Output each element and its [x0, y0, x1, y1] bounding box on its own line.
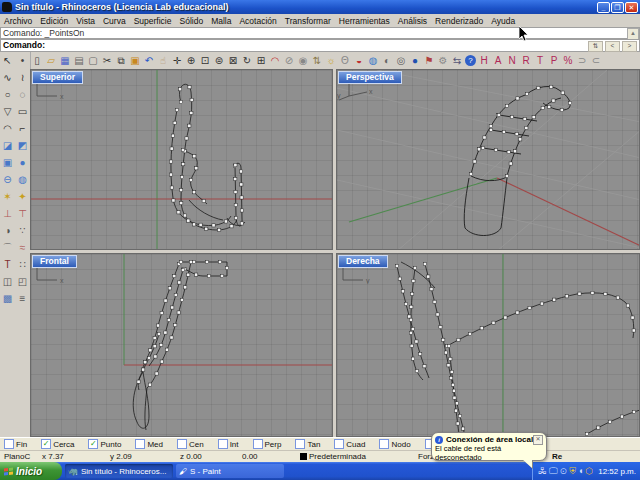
control-point[interactable]: [173, 275, 176, 278]
control-point[interactable]: [451, 383, 454, 386]
osnap-fin-checkbox[interactable]: [4, 439, 14, 449]
osnap-nodo-checkbox[interactable]: [379, 439, 389, 449]
control-point[interactable]: [430, 288, 433, 291]
dim-text-icon[interactable]: T: [533, 53, 547, 68]
control-point[interactable]: [449, 357, 452, 360]
osnap-tan[interactable]: Tan: [295, 439, 320, 449]
osnap-punto[interactable]: ✓Punto: [88, 439, 121, 449]
control-point[interactable]: [234, 177, 237, 180]
control-point[interactable]: [225, 266, 228, 269]
viewport-frontal[interactable]: Frontal z x: [30, 253, 333, 437]
control-point[interactable]: [523, 117, 526, 120]
wheel-mouse-icon[interactable]: ⊙: [560, 466, 568, 476]
control-point[interactable]: [172, 199, 175, 202]
viewport-perspectiva[interactable]: Perspectiva: [336, 69, 640, 250]
task-paint[interactable]: 🖌S - Paint: [176, 464, 284, 478]
control-point[interactable]: [447, 344, 450, 347]
control-point[interactable]: [144, 361, 147, 364]
control-point[interactable]: [234, 216, 237, 219]
menu-transformar[interactable]: Transformar: [281, 16, 335, 26]
control-point[interactable]: [626, 304, 629, 307]
control-point[interactable]: [174, 293, 177, 296]
ghosted-view-icon[interactable]: ◐: [380, 53, 394, 68]
control-point[interactable]: [436, 313, 439, 316]
control-point[interactable]: [450, 370, 453, 373]
control-point[interactable]: [192, 260, 195, 263]
control-point[interactable]: [148, 356, 151, 359]
control-point[interactable]: [608, 420, 611, 423]
control-point[interactable]: [409, 331, 412, 334]
control-point[interactable]: [187, 219, 190, 222]
control-point[interactable]: [631, 316, 634, 319]
control-point[interactable]: [178, 281, 181, 284]
viewport-layout-icon[interactable]: ⊞: [254, 53, 268, 68]
control-point[interactable]: [230, 225, 233, 228]
menu-ayuda[interactable]: Ayuda: [487, 16, 519, 26]
pipe-icon[interactable]: ⊥: [0, 205, 15, 222]
control-point[interactable]: [153, 336, 156, 339]
new-file-icon[interactable]: ▯: [30, 53, 44, 68]
edit-points-icon[interactable]: ∷: [15, 256, 30, 273]
shaded-view-icon[interactable]: ◒: [352, 53, 366, 68]
control-point[interactable]: [137, 380, 140, 383]
control-point[interactable]: [453, 396, 456, 399]
control-point[interactable]: [165, 348, 168, 351]
menu-vista[interactable]: Vista: [72, 16, 99, 26]
dim-percent-icon[interactable]: %: [561, 53, 575, 68]
control-point[interactable]: [169, 173, 172, 176]
menu-análisis[interactable]: Análisis: [394, 16, 431, 26]
display-settings-icon[interactable]: 🖵: [549, 466, 558, 477]
osnap-cen[interactable]: Cen: [177, 439, 204, 449]
control-point[interactable]: [427, 275, 430, 278]
osnap-punto-checkbox[interactable]: ✓: [88, 439, 98, 449]
cut-icon[interactable]: ✂: [100, 53, 114, 68]
control-point[interactable]: [505, 174, 508, 177]
hatch-icon[interactable]: ≡: [15, 290, 30, 307]
osnap-cerca[interactable]: ✓Cerca: [41, 439, 74, 449]
control-point[interactable]: [585, 432, 588, 435]
control-point[interactable]: [550, 85, 553, 88]
control-point[interactable]: [516, 311, 519, 314]
box-icon[interactable]: ▣: [0, 154, 15, 171]
menu-renderizado[interactable]: Renderizado: [431, 16, 487, 26]
control-point[interactable]: [597, 426, 600, 429]
control-point[interactable]: [444, 351, 447, 354]
control-point[interactable]: [455, 402, 458, 405]
control-point[interactable]: [195, 167, 198, 170]
control-point[interactable]: [409, 318, 412, 321]
control-point[interactable]: [240, 209, 243, 212]
solid-tools-icon[interactable]: ◍: [15, 171, 30, 188]
control-point[interactable]: [220, 274, 223, 277]
osnap-int[interactable]: Int: [218, 439, 239, 449]
print-icon[interactable]: ▤: [72, 53, 86, 68]
osnap-med-checkbox[interactable]: [135, 439, 145, 449]
control-point[interactable]: [164, 331, 167, 334]
command-history[interactable]: Comando: _PointsOn ▲: [0, 27, 640, 39]
control-point[interactable]: [483, 136, 486, 139]
record-history-toggle[interactable]: Re: [552, 452, 562, 461]
viewport-superior-label[interactable]: Superior: [32, 71, 83, 84]
control-point[interactable]: [504, 316, 507, 319]
control-point[interactable]: [442, 338, 445, 341]
osnap-perp-checkbox[interactable]: [253, 439, 263, 449]
cplane-indicator[interactable]: PlanoC: [4, 452, 42, 461]
control-point[interactable]: [180, 188, 183, 191]
dim-linear-icon[interactable]: H: [477, 53, 491, 68]
control-point[interactable]: [473, 160, 476, 163]
properties-icon[interactable]: ▢: [86, 53, 100, 68]
control-point[interactable]: [410, 305, 413, 308]
dim-leader-icon[interactable]: P: [547, 53, 561, 68]
control-point[interactable]: [184, 286, 187, 289]
text-object-icon[interactable]: T: [0, 256, 15, 273]
xray-view-icon[interactable]: ◎: [394, 53, 408, 68]
control-point[interactable]: [153, 345, 156, 348]
osnap-tan-checkbox[interactable]: [295, 439, 305, 449]
control-point[interactable]: [591, 291, 594, 294]
viewport-frontal-label[interactable]: Frontal: [32, 255, 77, 268]
viewport-derecha-label[interactable]: Derecha: [338, 255, 388, 268]
control-point[interactable]: [179, 88, 182, 91]
control-point[interactable]: [167, 318, 170, 321]
paste-icon[interactable]: ▣: [128, 53, 142, 68]
control-point[interactable]: [411, 327, 414, 330]
control-point[interactable]: [157, 332, 160, 335]
